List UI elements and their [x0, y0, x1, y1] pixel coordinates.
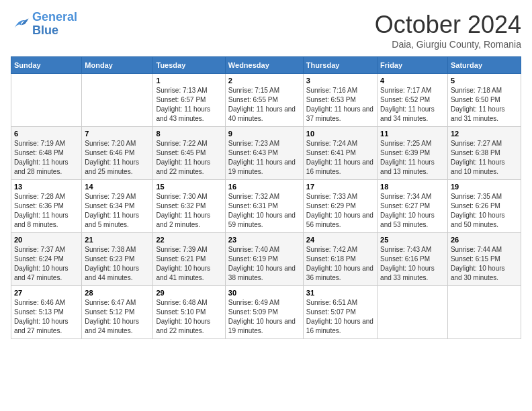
calendar-cell: 11Sunrise: 7:25 AMSunset: 6:39 PMDayligh…	[378, 127, 448, 180]
calendar-cell	[378, 286, 448, 339]
day-detail: Sunrise: 6:46 AMSunset: 5:13 PMDaylight:…	[14, 298, 79, 336]
logo-icon	[11, 15, 30, 34]
day-number: 10	[306, 130, 374, 138]
day-number: 3	[306, 77, 374, 85]
calendar-cell: 21Sunrise: 7:38 AMSunset: 6:23 PMDayligh…	[82, 233, 153, 286]
col-header-friday: Friday	[378, 57, 448, 74]
calendar-cell	[11, 74, 82, 127]
day-detail: Sunrise: 7:13 AMSunset: 6:57 PMDaylight:…	[156, 86, 222, 124]
logo-text: GeneralBlue	[32, 11, 77, 38]
calendar-cell: 13Sunrise: 7:28 AMSunset: 6:36 PMDayligh…	[11, 180, 82, 233]
calendar-cell: 4Sunrise: 7:17 AMSunset: 6:52 PMDaylight…	[378, 74, 448, 127]
day-detail: Sunrise: 7:28 AMSunset: 6:36 PMDaylight:…	[14, 192, 79, 230]
day-detail: Sunrise: 7:25 AMSunset: 6:39 PMDaylight:…	[380, 139, 445, 177]
week-row-1: 1Sunrise: 7:13 AMSunset: 6:57 PMDaylight…	[11, 74, 521, 127]
month-title: October 2024	[375, 11, 521, 39]
calendar-cell: 6Sunrise: 7:19 AMSunset: 6:48 PMDaylight…	[11, 127, 82, 180]
calendar-cell: 16Sunrise: 7:32 AMSunset: 6:31 PMDayligh…	[225, 180, 303, 233]
day-detail: Sunrise: 6:49 AMSunset: 5:09 PMDaylight:…	[228, 298, 300, 336]
calendar-cell: 15Sunrise: 7:30 AMSunset: 6:32 PMDayligh…	[153, 180, 225, 233]
day-number: 18	[380, 183, 445, 191]
day-number: 20	[14, 236, 79, 244]
day-number: 6	[14, 130, 79, 138]
calendar-cell: 8Sunrise: 7:22 AMSunset: 6:45 PMDaylight…	[153, 127, 225, 180]
day-number: 13	[14, 183, 79, 191]
day-detail: Sunrise: 7:32 AMSunset: 6:31 PMDaylight:…	[228, 192, 300, 230]
day-detail: Sunrise: 6:47 AMSunset: 5:12 PMDaylight:…	[85, 298, 150, 336]
location-title: Daia, Giurgiu County, Romania	[375, 39, 521, 50]
day-detail: Sunrise: 7:44 AMSunset: 6:15 PMDaylight:…	[451, 245, 518, 283]
col-header-thursday: Thursday	[303, 57, 377, 74]
day-number: 1	[156, 77, 222, 85]
day-detail: Sunrise: 7:38 AMSunset: 6:23 PMDaylight:…	[85, 245, 150, 283]
day-detail: Sunrise: 7:18 AMSunset: 6:50 PMDaylight:…	[451, 86, 518, 124]
day-number: 11	[380, 130, 445, 138]
calendar-cell: 27Sunrise: 6:46 AMSunset: 5:13 PMDayligh…	[11, 286, 82, 339]
day-detail: Sunrise: 7:19 AMSunset: 6:48 PMDaylight:…	[14, 139, 79, 177]
day-detail: Sunrise: 7:17 AMSunset: 6:52 PMDaylight:…	[380, 86, 445, 124]
day-detail: Sunrise: 7:30 AMSunset: 6:32 PMDaylight:…	[156, 192, 222, 230]
calendar-cell: 26Sunrise: 7:44 AMSunset: 6:15 PMDayligh…	[447, 233, 521, 286]
calendar-cell: 12Sunrise: 7:27 AMSunset: 6:38 PMDayligh…	[447, 127, 521, 180]
calendar-cell: 18Sunrise: 7:34 AMSunset: 6:27 PMDayligh…	[378, 180, 448, 233]
day-number: 15	[156, 183, 222, 191]
calendar-cell: 25Sunrise: 7:43 AMSunset: 6:16 PMDayligh…	[378, 233, 448, 286]
day-detail: Sunrise: 7:27 AMSunset: 6:38 PMDaylight:…	[451, 139, 518, 177]
calendar-cell	[82, 74, 153, 127]
day-number: 5	[451, 77, 518, 85]
day-number: 19	[451, 183, 518, 191]
day-number: 31	[306, 289, 374, 297]
day-detail: Sunrise: 7:33 AMSunset: 6:29 PMDaylight:…	[306, 192, 374, 230]
calendar-cell: 9Sunrise: 7:23 AMSunset: 6:43 PMDaylight…	[225, 127, 303, 180]
day-detail: Sunrise: 7:43 AMSunset: 6:16 PMDaylight:…	[380, 245, 445, 283]
day-number: 28	[85, 289, 150, 297]
calendar-cell: 28Sunrise: 6:47 AMSunset: 5:12 PMDayligh…	[82, 286, 153, 339]
day-detail: Sunrise: 7:42 AMSunset: 6:18 PMDaylight:…	[306, 245, 374, 283]
day-number: 30	[228, 289, 300, 297]
col-header-tuesday: Tuesday	[153, 57, 225, 74]
day-number: 22	[156, 236, 222, 244]
day-detail: Sunrise: 7:40 AMSunset: 6:19 PMDaylight:…	[228, 245, 300, 283]
calendar-cell: 17Sunrise: 7:33 AMSunset: 6:29 PMDayligh…	[303, 180, 377, 233]
day-number: 21	[85, 236, 150, 244]
calendar-cell: 30Sunrise: 6:49 AMSunset: 5:09 PMDayligh…	[225, 286, 303, 339]
day-number: 16	[228, 183, 300, 191]
col-header-monday: Monday	[82, 57, 153, 74]
calendar-cell: 3Sunrise: 7:16 AMSunset: 6:53 PMDaylight…	[303, 74, 377, 127]
day-detail: Sunrise: 7:29 AMSunset: 6:34 PMDaylight:…	[85, 192, 150, 230]
calendar-cell: 10Sunrise: 7:24 AMSunset: 6:41 PMDayligh…	[303, 127, 377, 180]
page-header: GeneralBlue October 2024 Daia, Giurgiu C…	[11, 11, 521, 50]
day-detail: Sunrise: 7:23 AMSunset: 6:43 PMDaylight:…	[228, 139, 300, 177]
calendar-cell: 22Sunrise: 7:39 AMSunset: 6:21 PMDayligh…	[153, 233, 225, 286]
day-detail: Sunrise: 7:39 AMSunset: 6:21 PMDaylight:…	[156, 245, 222, 283]
calendar-cell: 5Sunrise: 7:18 AMSunset: 6:50 PMDaylight…	[447, 74, 521, 127]
calendar-cell: 2Sunrise: 7:15 AMSunset: 6:55 PMDaylight…	[225, 74, 303, 127]
day-detail: Sunrise: 7:22 AMSunset: 6:45 PMDaylight:…	[156, 139, 222, 177]
day-number: 4	[380, 77, 445, 85]
day-number: 14	[85, 183, 150, 191]
day-detail: Sunrise: 7:15 AMSunset: 6:55 PMDaylight:…	[228, 86, 300, 124]
day-number: 12	[451, 130, 518, 138]
day-detail: Sunrise: 7:35 AMSunset: 6:26 PMDaylight:…	[451, 192, 518, 230]
day-detail: Sunrise: 7:16 AMSunset: 6:53 PMDaylight:…	[306, 86, 374, 124]
calendar-cell	[447, 286, 521, 339]
calendar-cell: 29Sunrise: 6:48 AMSunset: 5:10 PMDayligh…	[153, 286, 225, 339]
calendar-cell: 20Sunrise: 7:37 AMSunset: 6:24 PMDayligh…	[11, 233, 82, 286]
col-header-sunday: Sunday	[11, 57, 82, 74]
day-number: 24	[306, 236, 374, 244]
day-number: 23	[228, 236, 300, 244]
day-number: 27	[14, 289, 79, 297]
calendar-cell: 23Sunrise: 7:40 AMSunset: 6:19 PMDayligh…	[225, 233, 303, 286]
day-detail: Sunrise: 7:20 AMSunset: 6:46 PMDaylight:…	[85, 139, 150, 177]
day-number: 25	[380, 236, 445, 244]
day-number: 26	[451, 236, 518, 244]
calendar-cell: 14Sunrise: 7:29 AMSunset: 6:34 PMDayligh…	[82, 180, 153, 233]
col-header-saturday: Saturday	[447, 57, 521, 74]
day-detail: Sunrise: 6:51 AMSunset: 5:07 PMDaylight:…	[306, 298, 374, 336]
calendar-cell: 24Sunrise: 7:42 AMSunset: 6:18 PMDayligh…	[303, 233, 377, 286]
week-row-4: 20Sunrise: 7:37 AMSunset: 6:24 PMDayligh…	[11, 233, 521, 286]
calendar-cell: 19Sunrise: 7:35 AMSunset: 6:26 PMDayligh…	[447, 180, 521, 233]
calendar-cell: 7Sunrise: 7:20 AMSunset: 6:46 PMDaylight…	[82, 127, 153, 180]
day-detail: Sunrise: 6:48 AMSunset: 5:10 PMDaylight:…	[156, 298, 222, 336]
calendar-table: SundayMondayTuesdayWednesdayThursdayFrid…	[11, 56, 521, 339]
